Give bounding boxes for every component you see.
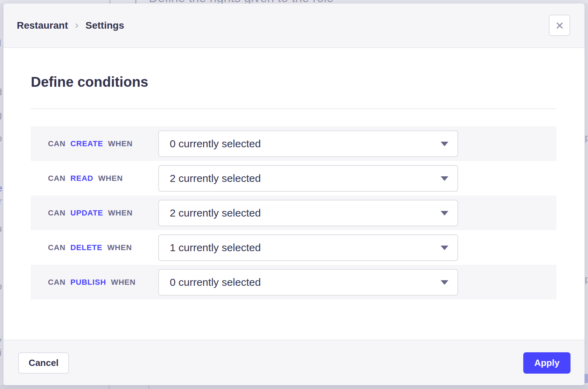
permission-label: CAN UPDATE WHEN (48, 208, 133, 218)
label-prefix: CAN (48, 139, 65, 148)
chevron-down-icon (441, 246, 448, 250)
backdrop-text-fragment: p (585, 132, 588, 143)
breadcrumb-page: Settings (85, 20, 124, 31)
permission-label: CAN CREATE WHEN (48, 139, 133, 148)
backdrop-text-fragment: er (0, 196, 2, 207)
select-value: 2 currently selected (170, 172, 261, 184)
backdrop-blue-fragment (584, 374, 588, 383)
select-value: 2 currently selected (170, 207, 261, 219)
label-suffix: WHEN (108, 208, 133, 217)
backdrop-text-fragment: v (0, 335, 1, 346)
backdrop-left: ol r d g p r e er u ti p v ai (0, 3, 4, 385)
backdrop-bottom (0, 385, 588, 389)
label-prefix: CAN (48, 243, 65, 252)
backdrop-text-fragment: p (0, 281, 2, 292)
backdrop-text-fragment: d (0, 87, 2, 98)
row-can-update: CAN UPDATE WHEN 2 currently selected (31, 196, 556, 230)
permission-label: CAN READ WHEN (48, 174, 123, 183)
label-action: READ (70, 174, 93, 183)
backdrop-text-fragment: ai (0, 347, 1, 358)
label-action: UPDATE (70, 208, 103, 217)
apply-button[interactable]: Apply (523, 352, 570, 374)
label-prefix: CAN (48, 278, 65, 287)
backdrop-text-fragment: u (0, 223, 2, 234)
backdrop-text-fragment: p (0, 133, 2, 144)
backdrop-table-line (109, 0, 111, 3)
label-action: DELETE (70, 243, 103, 252)
backdrop-text-fragment: ol (0, 38, 1, 49)
backdrop-text-fragment: e (0, 183, 2, 194)
label-suffix: WHEN (108, 139, 133, 148)
conditions-select-publish[interactable]: 0 currently selected (158, 269, 458, 296)
label-prefix: CAN (48, 208, 65, 217)
label-action: CREATE (70, 139, 103, 148)
modal-title: Define conditions (31, 74, 148, 90)
backdrop-top: Define the rights given to the role (0, 0, 588, 3)
row-can-create: CAN CREATE WHEN 0 currently selected (31, 126, 556, 161)
permission-label: CAN PUBLISH WHEN (48, 278, 136, 287)
permission-rows: CAN CREATE WHEN 0 currently selected CAN… (31, 126, 556, 299)
chevron-right-icon: › (75, 20, 78, 31)
backdrop-text-fragment: p (585, 274, 588, 285)
backdrop-text-fragment: r (0, 59, 0, 70)
define-conditions-modal: Restaurant › Settings Define conditions … (4, 3, 584, 385)
chevron-down-icon (441, 280, 448, 285)
permission-label: CAN DELETE WHEN (48, 243, 132, 252)
breadcrumb: Restaurant › Settings (17, 20, 124, 31)
backdrop-table-line (108, 385, 110, 389)
chevron-down-icon (441, 211, 448, 215)
select-value: 0 currently selected (170, 138, 261, 150)
backdrop-right: p p (584, 3, 588, 385)
row-can-read: CAN READ WHEN 2 currently selected (31, 161, 556, 196)
row-can-publish: CAN PUBLISH WHEN 0 currently selected (31, 265, 556, 299)
close-button[interactable] (549, 15, 570, 36)
conditions-select-create[interactable]: 0 currently selected (158, 130, 458, 157)
modal-footer: Cancel Apply (4, 340, 584, 385)
row-can-delete: CAN DELETE WHEN 1 currently selected (31, 230, 556, 265)
select-value: 0 currently selected (170, 276, 261, 288)
backdrop-table-line (148, 385, 149, 389)
label-suffix: WHEN (107, 243, 132, 252)
label-action: PUBLISH (70, 278, 106, 287)
backdrop-text-fragment: r (0, 157, 0, 168)
conditions-select-delete[interactable]: 1 currently selected (158, 234, 458, 261)
cancel-button[interactable]: Cancel (18, 352, 69, 374)
backdrop-table-line (135, 0, 136, 3)
chevron-down-icon (441, 142, 448, 146)
conditions-select-update[interactable]: 2 currently selected (158, 200, 458, 226)
label-prefix: CAN (48, 174, 65, 183)
title-divider (31, 108, 556, 109)
label-suffix: WHEN (111, 278, 135, 287)
label-suffix: WHEN (98, 174, 122, 183)
select-value: 1 currently selected (170, 242, 261, 254)
x-icon (555, 21, 565, 30)
backdrop-page-subtitle: Define the rights given to the role (149, 0, 334, 3)
conditions-select-read[interactable]: 2 currently selected (158, 165, 458, 192)
chevron-down-icon (441, 176, 448, 181)
backdrop-text-fragment: g (0, 109, 2, 120)
breadcrumb-section: Restaurant (17, 20, 68, 31)
modal-header: Restaurant › Settings (4, 3, 584, 48)
backdrop-text-fragment: ti (0, 256, 0, 267)
